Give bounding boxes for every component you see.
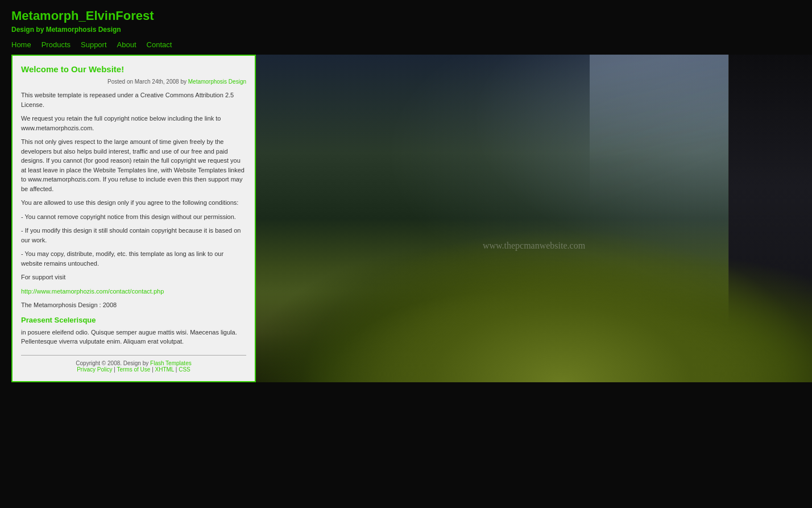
- nav-link-support[interactable]: Support: [81, 40, 107, 49]
- nav-link-products[interactable]: Products: [42, 40, 71, 49]
- paragraph-4: You are allowed to use this design only …: [21, 198, 246, 208]
- condition-0: - You cannot remove copyright notice fro…: [21, 212, 246, 222]
- footer-flash-link[interactable]: Flash Templates: [150, 360, 192, 366]
- paragraph-3: This not only gives respect to the large…: [21, 137, 246, 193]
- section2-text: in posuere eleifend odio. Quisque semper…: [21, 328, 246, 346]
- welcome-heading: Welcome to Our Website!: [21, 64, 246, 74]
- paragraph-1: This website template is repeased under …: [21, 90, 246, 109]
- copyright-line: The Metamorphosis Design : 2008: [21, 300, 246, 310]
- paragraph-2: We request you retain the full copyright…: [21, 114, 246, 133]
- footer-links-line: Privacy Policy | Terms of Use | XHTML | …: [21, 366, 246, 373]
- support-link[interactable]: http://www.metamorphozis.com/contact/con…: [21, 288, 164, 295]
- forest-background: www.thepcmanwebsite.com: [256, 55, 812, 382]
- content-panel: Welcome to Our Website! Posted on March …: [11, 55, 256, 382]
- footer-xhtml-link[interactable]: XHTML: [155, 366, 175, 373]
- watermark: www.thepcmanwebsite.com: [483, 241, 585, 251]
- posted-author-link[interactable]: Metamorphosis Design: [188, 79, 246, 85]
- nav-link-contact[interactable]: Contact: [147, 40, 172, 49]
- condition-2: - You may copy, distribute, modify, etc.…: [21, 249, 246, 268]
- footer-privacy-link[interactable]: Privacy Policy: [77, 366, 112, 373]
- cliff-right: [728, 55, 812, 382]
- condition-3: For support visit: [21, 272, 246, 282]
- posted-line: Posted on March 24th, 2008 by Metamorpho…: [21, 79, 246, 85]
- image-panel: www.thepcmanwebsite.com: [256, 55, 812, 382]
- footer-terms-link[interactable]: Terms of Use: [117, 366, 150, 373]
- footer-copyright-text: Copyright © 2008. Design by: [76, 360, 148, 366]
- site-subtitle: Design by Metamorphosis Design: [11, 26, 801, 34]
- nav-link-about[interactable]: About: [117, 40, 136, 49]
- conditions-list: - You cannot remove copyright notice fro…: [21, 212, 246, 296]
- site-title: Metamorph_ElvinForest: [11, 9, 801, 23]
- section2-heading: Praesent Scelerisque: [21, 316, 246, 324]
- main-layout: Welcome to Our Website! Posted on March …: [0, 55, 812, 382]
- footer-copyright-line: Copyright © 2008. Design by Flash Templa…: [21, 360, 246, 366]
- footer-css-link[interactable]: CSS: [179, 366, 190, 373]
- condition-1: - If you modify this design it still sho…: [21, 226, 246, 245]
- support-line: http://www.metamorphozis.com/contact/con…: [21, 287, 246, 296]
- main-nav: HomeProductsSupportAboutContact: [11, 40, 801, 49]
- posted-text: Posted on March 24th, 2008 by: [107, 79, 187, 85]
- nav-link-home[interactable]: Home: [11, 40, 31, 49]
- header: Metamorph_ElvinForest Design by Metamorp…: [0, 0, 812, 52]
- content-footer: Copyright © 2008. Design by Flash Templa…: [21, 355, 246, 373]
